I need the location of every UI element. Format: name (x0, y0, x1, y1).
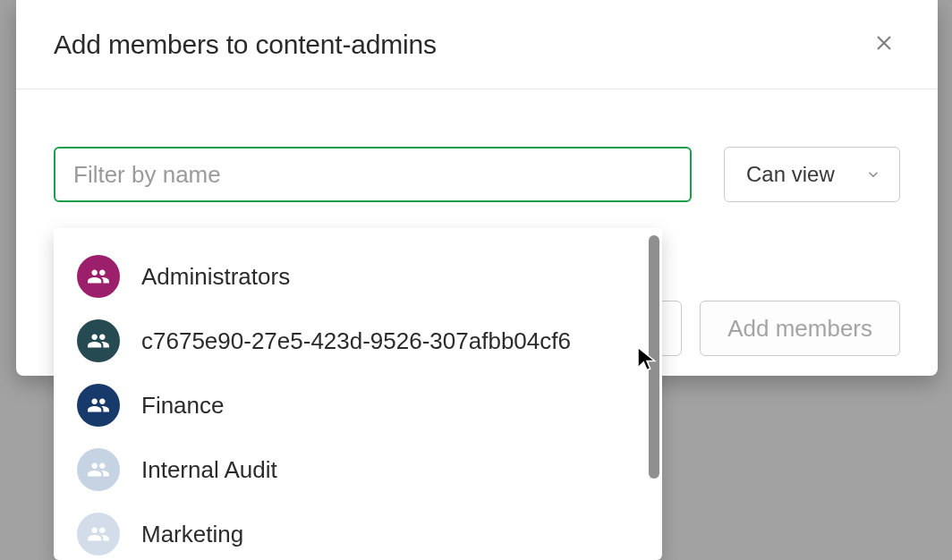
dropdown-item[interactable]: Internal Audit (54, 437, 662, 502)
group-icon (87, 329, 110, 352)
group-avatar (77, 255, 120, 298)
permission-select[interactable]: Can view (724, 147, 900, 202)
members-dropdown-list: Administratorsc7675e90-27e5-423d-9526-30… (54, 228, 662, 560)
close-icon (873, 32, 895, 54)
group-icon (87, 458, 110, 481)
dropdown-item-label: Finance (141, 392, 225, 420)
modal-header: Add members to content-admins (16, 0, 938, 89)
dropdown-item-label: c7675e90-27e5-423d-9526-307afbb04cf6 (141, 327, 571, 355)
group-icon (87, 522, 110, 546)
dropdown-item[interactable]: c7675e90-27e5-423d-9526-307afbb04cf6 (54, 309, 662, 373)
group-icon (87, 394, 110, 417)
add-members-label: Add members (727, 315, 872, 343)
modal-body: Can view (16, 89, 938, 202)
group-avatar (77, 319, 120, 362)
close-button[interactable] (868, 27, 900, 62)
modal-title: Add members to content-admins (54, 30, 437, 60)
group-icon (87, 265, 110, 288)
dropdown-item-label: Administrators (141, 263, 290, 291)
dropdown-scrollbar[interactable] (649, 235, 659, 479)
dropdown-item[interactable]: Marketing (54, 502, 662, 560)
filter-by-name-input[interactable] (54, 147, 692, 202)
dropdown-item-label: Internal Audit (141, 456, 277, 484)
group-avatar (77, 448, 120, 491)
chevron-down-icon (865, 166, 881, 182)
dropdown-item[interactable]: Administrators (54, 244, 662, 309)
dropdown-item-label: Marketing (141, 521, 243, 548)
permission-selected-label: Can view (746, 162, 835, 187)
group-avatar (77, 513, 120, 556)
members-dropdown: Administratorsc7675e90-27e5-423d-9526-30… (54, 228, 662, 560)
dropdown-item[interactable]: Finance (54, 373, 662, 437)
add-members-button[interactable]: Add members (700, 301, 900, 356)
group-avatar (77, 384, 120, 427)
